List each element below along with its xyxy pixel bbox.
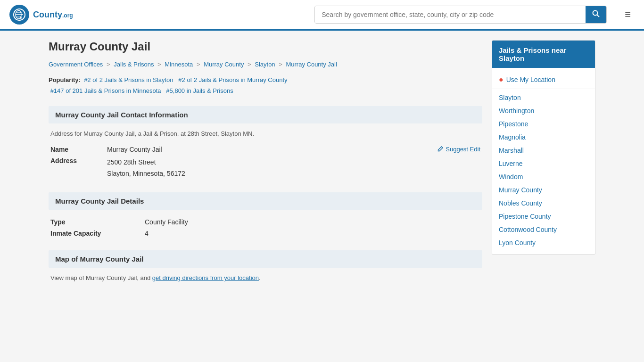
map-section: Map of Murray County Jail View map of Mu… bbox=[49, 250, 482, 281]
sidebar-title: Jails & Prisons near Slayton bbox=[492, 41, 595, 68]
rank4-link[interactable]: #5,800 in Jails & Prisons bbox=[166, 87, 233, 94]
capacity-value: 4 bbox=[145, 230, 149, 237]
search-input[interactable] bbox=[315, 6, 586, 23]
sidebar-divider bbox=[492, 89, 595, 89]
type-label: Type bbox=[50, 218, 145, 226]
location-icon: ● bbox=[499, 75, 504, 84]
rank3-link[interactable]: #147 of 201 Jails & Prisons in Minnesota bbox=[50, 87, 161, 94]
details-section: Murray County Jail Details Type County F… bbox=[49, 192, 482, 239]
main-content: Murray County Jail Government Offices > … bbox=[49, 40, 482, 293]
breadcrumb-slayton[interactable]: Slayton bbox=[255, 61, 275, 68]
contact-description: Address for Murray County Jail, a Jail &… bbox=[49, 130, 482, 137]
address-label: Address bbox=[50, 157, 107, 165]
use-my-location-link[interactable]: Use My Location bbox=[506, 76, 555, 83]
name-value: Murray County Jail bbox=[107, 146, 437, 153]
breadcrumb-current[interactable]: Murray County Jail bbox=[286, 61, 337, 68]
sidebar-box: Jails & Prisons near Slayton ● Use My Lo… bbox=[492, 40, 595, 255]
svg-point-4 bbox=[593, 11, 598, 16]
logo-icon bbox=[9, 5, 29, 25]
contact-section-header: Murray County Jail Contact Information bbox=[49, 106, 482, 123]
capacity-label: Inmate Capacity bbox=[50, 230, 145, 237]
page-title: Murray County Jail bbox=[49, 40, 482, 53]
sidebar-item-lyon-county[interactable]: Lyon County bbox=[492, 236, 595, 249]
sidebar-item-marshall[interactable]: Marshall bbox=[492, 144, 595, 157]
address-value: 2500 28th Street Slayton, Minnesota, 561… bbox=[107, 157, 480, 180]
sidebar-item-worthington[interactable]: Worthington bbox=[492, 104, 595, 117]
sidebar-item-slayton[interactable]: Slayton bbox=[492, 91, 595, 104]
search-bar bbox=[314, 6, 607, 24]
sidebar-list: ● Use My Location Slayton Worthington Pi… bbox=[492, 68, 595, 254]
popularity-section: Popularity: #2 of 2 Jails & Prisons in S… bbox=[49, 74, 482, 97]
contact-section: Murray County Jail Contact Information A… bbox=[49, 106, 482, 181]
sidebar-item-windom[interactable]: Windom bbox=[492, 170, 595, 183]
contact-name-row: Name Murray County Jail Suggest Edit bbox=[49, 144, 482, 155]
svg-line-5 bbox=[597, 15, 600, 17]
capacity-row: Inmate Capacity 4 bbox=[49, 228, 482, 239]
breadcrumb-murray-county[interactable]: Murray County bbox=[204, 61, 244, 68]
site-header: County.org ≡ bbox=[0, 0, 644, 31]
type-row: Type County Facility bbox=[49, 216, 482, 228]
menu-button[interactable]: ≡ bbox=[621, 7, 635, 23]
logo-text: County.org bbox=[33, 10, 73, 20]
name-label: Name bbox=[50, 146, 107, 153]
main-container: Murray County Jail Government Offices > … bbox=[39, 31, 605, 302]
sidebar-item-nobles-county[interactable]: Nobles County bbox=[492, 197, 595, 210]
breadcrumb-minnesota[interactable]: Minnesota bbox=[165, 61, 193, 68]
breadcrumb-gov-offices[interactable]: Government Offices bbox=[49, 61, 103, 68]
map-section-header: Map of Murray County Jail bbox=[49, 250, 482, 268]
type-value: County Facility bbox=[145, 218, 188, 226]
contact-address-row: Address 2500 28th Street Slayton, Minnes… bbox=[49, 155, 482, 181]
sidebar-item-cottonwood-county[interactable]: Cottonwood County bbox=[492, 223, 595, 236]
search-button[interactable] bbox=[586, 6, 606, 23]
sidebar-item-pipestone[interactable]: Pipestone bbox=[492, 117, 595, 131]
suggest-edit-link[interactable]: Suggest Edit bbox=[437, 146, 480, 153]
details-section-header: Murray County Jail Details bbox=[49, 192, 482, 210]
sidebar-use-location[interactable]: ● Use My Location bbox=[492, 73, 595, 87]
directions-link[interactable]: get driving directions from your locatio… bbox=[152, 274, 259, 281]
sidebar-item-luverne[interactable]: Luverne bbox=[492, 157, 595, 170]
sidebar-item-magnolia[interactable]: Magnolia bbox=[492, 131, 595, 144]
rank2-link[interactable]: #2 of 2 Jails & Prisons in Murray County bbox=[178, 76, 287, 83]
sidebar-item-pipestone-county[interactable]: Pipestone County bbox=[492, 210, 595, 223]
sidebar: Jails & Prisons near Slayton ● Use My Lo… bbox=[492, 40, 595, 293]
logo-link[interactable]: County.org bbox=[9, 5, 73, 25]
rank1-link[interactable]: #2 of 2 Jails & Prisons in Slayton bbox=[84, 76, 173, 83]
breadcrumb: Government Offices > Jails & Prisons > M… bbox=[49, 61, 482, 68]
sidebar-item-murray-county[interactable]: Murray County bbox=[492, 183, 595, 197]
breadcrumb-jails-prisons[interactable]: Jails & Prisons bbox=[114, 61, 154, 68]
map-description: View map of Murray County Jail, and get … bbox=[49, 274, 482, 281]
